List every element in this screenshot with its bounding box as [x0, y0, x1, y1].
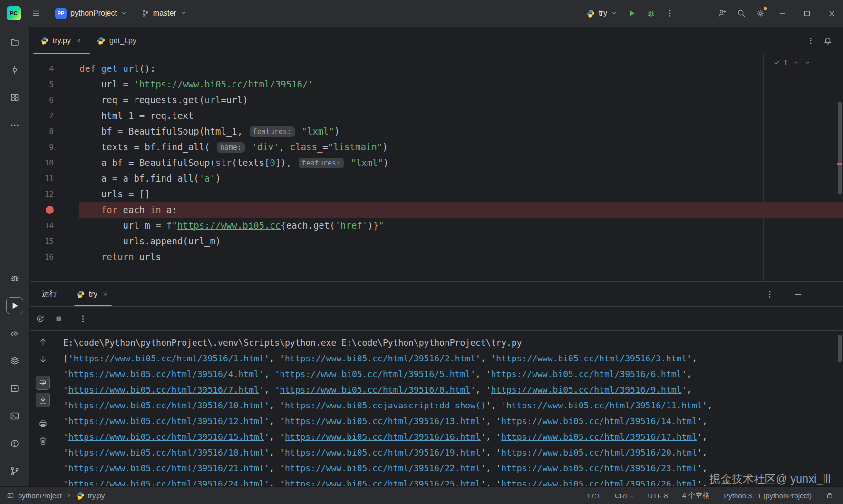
- console-url-link[interactable]: https://www.bi05.cc/html/39516/3.html: [496, 353, 687, 363]
- notifications-button[interactable]: [819, 32, 836, 49]
- main-menu-button[interactable]: [28, 5, 45, 22]
- console-url-link[interactable]: https://www.bi05.cc/html/39516/24.html: [68, 479, 264, 486]
- console-scrollbar-thumb[interactable]: [838, 335, 842, 362]
- sidebar-item-project[interactable]: [6, 34, 23, 51]
- sidebar-item-commit[interactable]: [6, 61, 23, 78]
- sidebar-item-run[interactable]: [6, 297, 23, 314]
- line-separator[interactable]: CRLF: [615, 492, 633, 500]
- breadcrumb-project[interactable]: pythonProject: [18, 492, 62, 500]
- line-number[interactable]: 9: [30, 139, 79, 155]
- sidebar-item-python-packages[interactable]: [6, 352, 23, 369]
- console-url-link[interactable]: https://www.bi05.cc/html/39516/23.html: [501, 463, 697, 473]
- print-button[interactable]: [36, 417, 50, 431]
- caret-position[interactable]: 17:1: [587, 492, 601, 500]
- rerun-button[interactable]: [33, 311, 47, 326]
- console-more-options-button[interactable]: [76, 311, 90, 326]
- maximize-button[interactable]: [795, 0, 818, 27]
- line-number[interactable]: 10: [30, 155, 79, 171]
- scroll-to-end-button[interactable]: [36, 393, 50, 407]
- line-number[interactable]: 16: [30, 249, 79, 265]
- sidebar-item-problems[interactable]: [6, 435, 23, 452]
- line-number[interactable]: 14: [30, 218, 79, 233]
- tab-close-button[interactable]: [75, 37, 83, 45]
- sidebar-item-services[interactable]: [6, 380, 23, 397]
- tab-options-button[interactable]: [802, 32, 819, 49]
- indent-style[interactable]: 4 个空格: [682, 491, 710, 500]
- search-everywhere-button[interactable]: [733, 5, 750, 22]
- run-tab-close-button[interactable]: [102, 291, 109, 298]
- previous-problem-button[interactable]: [791, 58, 800, 67]
- file-encoding[interactable]: UTF-8: [648, 492, 668, 500]
- run-config-widget[interactable]: try: [583, 7, 621, 20]
- console-url-link[interactable]: https://www.bi05.cc/html/39516/15.html: [68, 432, 264, 442]
- close-window-button[interactable]: [820, 0, 843, 27]
- console-url-link[interactable]: https://www.bi05.cc/html/39516/22.html: [285, 463, 481, 473]
- line-number[interactable]: 8: [30, 124, 79, 139]
- sidebar-item-debug[interactable]: [6, 270, 23, 287]
- more-actions-button[interactable]: [661, 5, 678, 22]
- console-url-link[interactable]: https://www.bi05.cc/html/39516/26.html: [501, 479, 697, 486]
- up-stack-trace-button[interactable]: [36, 335, 50, 349]
- breadcrumb-file[interactable]: try.py: [88, 492, 105, 500]
- console-url-link[interactable]: https://www.bi05.cc/html/39516/20.html: [501, 447, 697, 457]
- code-with-me-button[interactable]: [714, 5, 731, 22]
- console-url-link[interactable]: https://www.bi05.cc/html/39516/1.html: [74, 353, 264, 363]
- console-url-link[interactable]: https://www.bi05.cc/html/39516/13.html: [285, 416, 481, 426]
- console-url-link[interactable]: https://www.bi05.cc/html/39516/5.html: [280, 369, 470, 379]
- line-number[interactable]: 11: [30, 171, 79, 186]
- tab-try-py[interactable]: try.py: [33, 27, 90, 54]
- python-interpreter[interactable]: Python 3.11 (pythonProject): [724, 492, 812, 500]
- console-url-link[interactable]: https://www.bi05.cc/html/39516/14.html: [501, 416, 697, 426]
- clear-all-button[interactable]: [36, 434, 50, 448]
- console-url-link[interactable]: https://www.bi05.cc/html/39516/6.html: [491, 369, 682, 379]
- sidebar-item-version-control[interactable]: [6, 463, 23, 480]
- hide-tool-window-button[interactable]: [790, 286, 807, 303]
- console-url-link[interactable]: https://www.bi05.cc/html/39516/17.html: [501, 432, 697, 442]
- scrollbar-thumb[interactable]: [838, 102, 842, 194]
- console-url-link[interactable]: https://www.bi05.ccjavascript:dd_show(): [285, 400, 486, 410]
- lock-icon[interactable]: [826, 492, 833, 499]
- soft-wrap-button[interactable]: [36, 376, 50, 390]
- sidebar-item-python-console[interactable]: [6, 325, 23, 342]
- console-url-link[interactable]: https://www.bi05.cc/html/39516/4.html: [68, 369, 259, 379]
- debug-button[interactable]: [642, 5, 659, 22]
- console-url-link[interactable]: https://www.bi05.cc/html/39516/10.html: [68, 400, 264, 410]
- stop-button[interactable]: [51, 311, 66, 326]
- next-problem-button[interactable]: [803, 58, 812, 67]
- settings-button[interactable]: [752, 5, 769, 22]
- console-url-link[interactable]: https://www.bi05.cc/html/39516/25.html: [285, 479, 481, 486]
- console-url-link[interactable]: https://www.bi05.cc/html/39516/12.html: [68, 416, 264, 426]
- console-url-link[interactable]: https://www.bi05.cc/html/39516/16.html: [285, 432, 481, 442]
- line-number[interactable]: 5: [30, 77, 79, 92]
- line-number[interactable]: 4: [30, 61, 79, 77]
- console-url-link[interactable]: https://www.bi05.cc/html/39516/7.html: [68, 385, 259, 395]
- project-widget[interactable]: PP pythonProject: [51, 5, 131, 21]
- console-url-link[interactable]: https://www.bi05.cc/html/39516/19.html: [285, 447, 481, 457]
- console-url-link[interactable]: https://www.bi05.cc/html/39516/2.html: [285, 353, 475, 363]
- tab-get-f-py[interactable]: get_f.py: [90, 27, 144, 54]
- error-stripe-mark[interactable]: [837, 163, 842, 165]
- console-output[interactable]: E:\code\Python\pythonProject\.venv\Scrip…: [56, 331, 843, 486]
- run-tab-try[interactable]: try: [74, 282, 112, 306]
- sidebar-item-terminal[interactable]: [6, 407, 23, 425]
- line-number[interactable]: 12: [30, 186, 79, 202]
- console-url-link[interactable]: https://www.bi05.cc/html/39516/21.html: [68, 463, 264, 473]
- editor-scrollbar[interactable]: [836, 54, 843, 281]
- line-number[interactable]: 15: [30, 233, 79, 249]
- branch-widget[interactable]: master: [138, 7, 191, 20]
- tool-window-layout-icon[interactable]: [7, 492, 14, 499]
- run-button[interactable]: [623, 5, 640, 22]
- breakpoint-dot[interactable]: [30, 202, 79, 218]
- down-stack-trace-button[interactable]: [36, 352, 50, 366]
- console-url-link[interactable]: https://www.bi05.cc/html/39516/11.html: [506, 400, 702, 410]
- line-number[interactable]: 7: [30, 108, 79, 124]
- inspections-widget[interactable]: 1: [773, 58, 812, 67]
- minimize-button[interactable]: [771, 0, 794, 27]
- console-url-link[interactable]: https://www.bi05.cc/html/39516/8.html: [280, 385, 470, 395]
- console-url-link[interactable]: https://www.bi05.cc/html/39516/18.html: [68, 447, 264, 457]
- line-number[interactable]: 6: [30, 92, 79, 108]
- run-options-button[interactable]: [761, 286, 778, 303]
- code-lines[interactable]: 4def get_url():5 url = 'https://www.bi05…: [30, 61, 843, 265]
- sidebar-item-more[interactable]: [6, 116, 23, 134]
- console-url-link[interactable]: https://www.bi05.cc/html/39516/9.html: [491, 385, 682, 395]
